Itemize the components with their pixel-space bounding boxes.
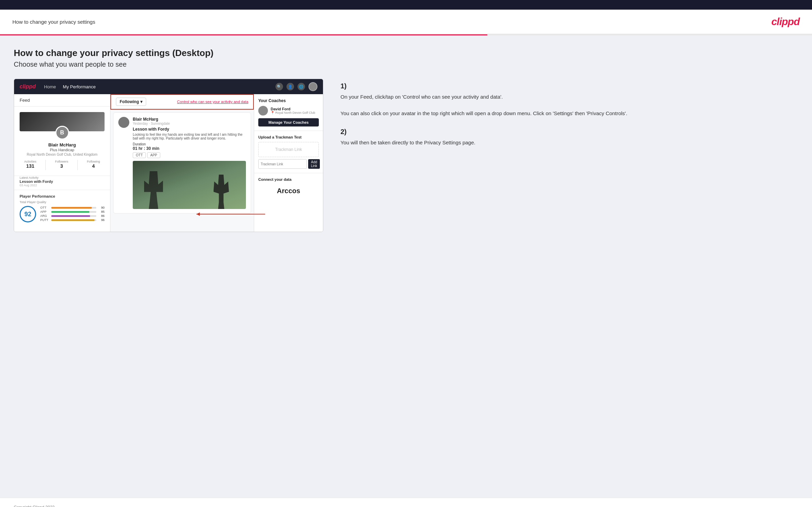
- trackman-link-input[interactable]: [258, 159, 307, 169]
- instruction-1-number: 1): [340, 82, 798, 90]
- link-input-row: Add Link: [258, 159, 319, 169]
- post-desc: Looking to feel like my hands are exitin…: [133, 133, 246, 140]
- golfer-silhouette-2: [214, 175, 229, 209]
- upload-title: Upload a Trackman Test: [258, 135, 319, 139]
- metric-ott-label: OTT: [40, 206, 50, 209]
- screenshot-wrapper: clippd Home My Performance 🔍 👤 🌐 Feed: [14, 79, 798, 232]
- golfer-silhouette-1: [144, 171, 163, 209]
- app-nav-icons: 🔍 👤 🌐: [275, 82, 317, 91]
- instruction-2-number: 2): [340, 128, 798, 136]
- copyright: Copyright Clippd 2022: [14, 505, 55, 507]
- page-heading: How to change your privacy settings (Des…: [14, 48, 798, 58]
- metric-arg-bar: [51, 215, 96, 217]
- stat-activities: Activities 131: [24, 160, 36, 170]
- upload-section: Upload a Trackman Test Trackman Link Add…: [254, 131, 323, 173]
- header: How to change your privacy settings clip…: [0, 10, 812, 34]
- app-body: Feed B Blair McHarg Plus Handicap Royal …: [14, 94, 323, 232]
- metric-putt: PUTT 96: [40, 218, 105, 222]
- feed-post: Blair McHarg Yesterday · Sunningdale Les…: [113, 112, 251, 213]
- app-nav-links: Home My Performance: [44, 84, 96, 89]
- feed-header: Following ▾ Control who can see your act…: [111, 95, 253, 109]
- metric-putt-fill: [51, 219, 95, 221]
- globe-icon[interactable]: 🌐: [297, 83, 305, 90]
- search-icon[interactable]: 🔍: [275, 83, 283, 90]
- post-duration-value: 01 hr : 30 min: [133, 146, 246, 151]
- profile-card: B Blair McHarg Plus Handicap Royal North…: [14, 107, 110, 176]
- app-logo: clippd: [20, 84, 36, 90]
- right-sidebar: Your Coaches David Ford 📍 Royal North De…: [254, 94, 323, 232]
- metric-ott: OTT 90: [40, 206, 105, 209]
- add-link-button[interactable]: Add Link: [308, 159, 320, 169]
- instructions-panel: 1) On your Feed, click/tap on 'Control w…: [337, 79, 798, 157]
- feed-highlight-box: Following ▾ Control who can see your act…: [110, 94, 254, 110]
- middle-feed: Following ▾ Control who can see your act…: [110, 94, 254, 232]
- profile-avatar: B: [55, 126, 69, 140]
- latest-name: Lesson with Fordy: [20, 179, 105, 184]
- metric-app-label: APP: [40, 210, 50, 213]
- stat-following-value: 4: [87, 163, 100, 169]
- clippd-logo: clippd: [771, 16, 800, 27]
- metric-app-value: 85: [98, 210, 105, 213]
- feed-tab[interactable]: Feed: [14, 94, 110, 107]
- nav-home[interactable]: Home: [44, 84, 56, 89]
- following-label: Following: [120, 99, 139, 104]
- coaches-section: Your Coaches David Ford 📍 Royal North De…: [254, 94, 323, 131]
- trackman-box: Trackman Link: [258, 142, 319, 157]
- following-button[interactable]: Following ▾: [116, 98, 146, 106]
- post-meta: Yesterday · Sunningdale: [133, 122, 246, 125]
- control-privacy-link[interactable]: Control who can see your activity and da…: [177, 100, 248, 104]
- metric-arg-fill: [51, 215, 90, 217]
- coaches-title: Your Coaches: [258, 98, 319, 103]
- post-avatar: [118, 117, 129, 128]
- nav-my-performance[interactable]: My Performance: [63, 84, 96, 89]
- metric-arg-value: 86: [98, 214, 105, 218]
- metric-ott-value: 90: [98, 206, 105, 209]
- connect-section: Connect your data Arccos: [254, 173, 323, 202]
- post-author: Blair McHarg: [133, 117, 246, 122]
- profile-handicap: Plus Handicap: [20, 148, 105, 152]
- left-sidebar: Feed B Blair McHarg Plus Handicap Royal …: [14, 94, 110, 232]
- main-content: How to change your privacy settings (Des…: [0, 35, 812, 498]
- profile-name: Blair McHarg: [20, 142, 105, 147]
- latest-activity: Latest Activity Lesson with Fordy 03 Aug…: [14, 176, 110, 190]
- screenshot-frame: clippd Home My Performance 🔍 👤 🌐 Feed: [14, 79, 323, 232]
- post-content: Blair McHarg Yesterday · Sunningdale Les…: [133, 117, 246, 209]
- instruction-2: 2) You will then be taken directly to th…: [340, 128, 798, 147]
- avatar[interactable]: [308, 82, 317, 91]
- stat-followers: Followers 3: [55, 160, 68, 170]
- location-icon: 📍: [271, 111, 274, 114]
- metric-putt-value: 96: [98, 218, 105, 222]
- coach-avatar: [258, 106, 268, 115]
- stat-divider-1: [45, 160, 46, 170]
- latest-label: Latest Activity: [20, 176, 105, 179]
- stat-following-label: Following: [87, 160, 100, 163]
- duration-label-text: Duration: [133, 142, 146, 146]
- manage-coaches-button[interactable]: Manage Your Coaches: [258, 118, 319, 126]
- stat-followers-value: 3: [55, 163, 68, 169]
- tpq-label: Total Player Quality: [20, 200, 105, 204]
- post-image: [133, 161, 246, 209]
- stat-activities-value: 131: [24, 163, 36, 169]
- post-title: Lesson with Fordy: [133, 127, 246, 132]
- stat-activities-label: Activities: [24, 160, 36, 163]
- metric-ott-fill: [51, 207, 92, 209]
- header-title: How to change your privacy settings: [12, 19, 95, 25]
- metrics: OTT 90 APP 85 ARG: [40, 206, 105, 222]
- chevron-down-icon: ▾: [140, 99, 142, 104]
- instruction-1-text: On your Feed, click/tap on 'Control who …: [340, 93, 798, 118]
- profile-stats: Activities 131 Followers 3 Following: [20, 160, 105, 170]
- profile-club: Royal North Devon Golf Club, United King…: [20, 153, 105, 156]
- latest-date: 03 Aug 2022: [20, 184, 105, 187]
- user-icon[interactable]: 👤: [286, 83, 294, 90]
- top-bar: [0, 0, 812, 10]
- metric-putt-bar: [51, 219, 96, 221]
- footer: Copyright Clippd 2022: [0, 498, 812, 507]
- profile-avatar-wrap: B: [20, 124, 105, 140]
- tag-app: APP: [147, 152, 160, 158]
- coach-info: David Ford 📍 Royal North Devon Golf Club: [271, 107, 315, 114]
- metric-app-fill: [51, 211, 89, 213]
- coach-item: David Ford 📍 Royal North Devon Golf Club: [258, 106, 319, 115]
- metric-app-bar: [51, 211, 96, 213]
- connect-title: Connect your data: [258, 177, 319, 181]
- page-subheading: Choose what you want people to see: [14, 60, 798, 68]
